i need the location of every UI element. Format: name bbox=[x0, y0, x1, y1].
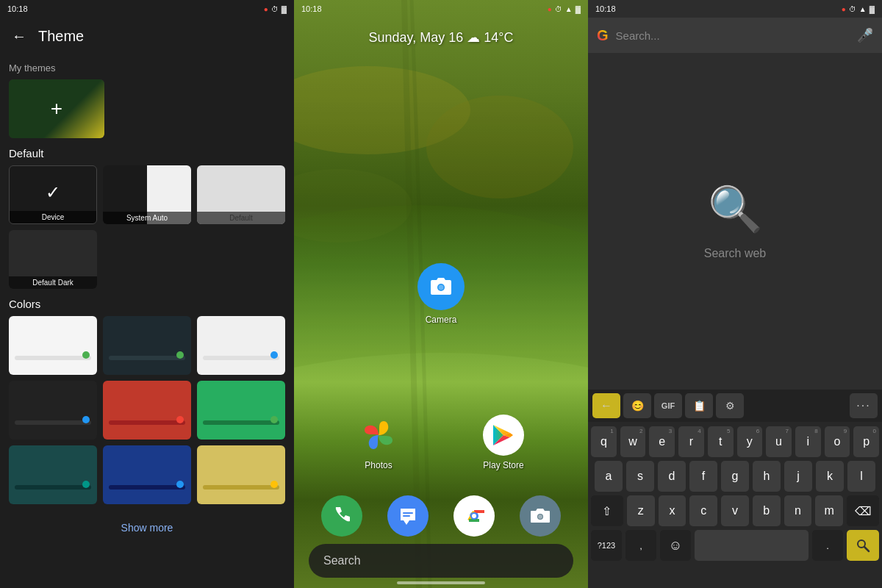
color-card-dark-teal[interactable] bbox=[103, 316, 191, 375]
key-u[interactable]: u7 bbox=[766, 426, 792, 457]
symbols-key[interactable]: ?123 bbox=[591, 530, 622, 561]
comma-key[interactable]: , bbox=[625, 530, 656, 561]
messages-icon bbox=[398, 506, 418, 526]
gif-button[interactable]: GIF bbox=[654, 393, 682, 418]
my-themes-label: My themes bbox=[9, 62, 285, 74]
search-key[interactable] bbox=[847, 530, 879, 561]
key-b[interactable]: b bbox=[753, 495, 781, 526]
date-weather-widget: Sunday, May 16 ☁ 14°C bbox=[294, 29, 588, 46]
more-options-button[interactable]: ··· bbox=[850, 393, 878, 418]
key-d[interactable]: d bbox=[658, 461, 686, 492]
period-key[interactable]: . bbox=[812, 530, 843, 561]
svg-point-4 bbox=[439, 285, 444, 290]
key-w[interactable]: w2 bbox=[620, 426, 646, 457]
color-card-green[interactable] bbox=[197, 381, 285, 440]
clock-status-icon: ⏱ bbox=[271, 5, 279, 13]
default-cards-row2: Default Dark bbox=[9, 230, 285, 289]
theme-card-system-auto[interactable]: System Auto bbox=[103, 165, 191, 224]
key-z[interactable]: z bbox=[627, 495, 655, 526]
color-card-blue[interactable] bbox=[103, 445, 191, 504]
color-card-teal[interactable] bbox=[9, 445, 97, 504]
key-j[interactable]: j bbox=[784, 461, 812, 492]
key-r[interactable]: r4 bbox=[678, 426, 704, 457]
messages-dock-app[interactable] bbox=[387, 495, 429, 537]
keyboard-back-button[interactable]: ← bbox=[592, 393, 620, 418]
key-k[interactable]: k bbox=[816, 461, 844, 492]
key-y[interactable]: y6 bbox=[737, 426, 763, 457]
color-card-darkgray[interactable] bbox=[9, 381, 97, 440]
add-icon: + bbox=[51, 97, 62, 121]
photos-app[interactable]: Photos bbox=[358, 415, 399, 470]
key-q[interactable]: q1 bbox=[591, 426, 617, 457]
clipboard-button[interactable]: 📋 bbox=[685, 393, 713, 418]
theme-statusbar: 10:18 ● ⏱ ▓ bbox=[0, 0, 294, 18]
emoji-key[interactable]: ☺ bbox=[660, 530, 691, 561]
nav-pill bbox=[397, 581, 485, 584]
accent-dot bbox=[82, 416, 90, 423]
default-section-label: Default bbox=[9, 147, 285, 159]
emoji-icon: 😊 bbox=[631, 400, 644, 412]
mic-icon[interactable]: 🎤 bbox=[857, 27, 873, 43]
svg-rect-5 bbox=[403, 512, 413, 514]
google-search-input[interactable] bbox=[616, 29, 850, 42]
search-web-area: 🔍 Search web bbox=[588, 53, 882, 390]
back-button[interactable]: ← bbox=[12, 28, 26, 45]
show-more-button[interactable]: Show more bbox=[9, 510, 285, 545]
key-f[interactable]: f bbox=[689, 461, 717, 492]
key-t[interactable]: t5 bbox=[708, 426, 734, 457]
emoji-toolbar-button[interactable]: 😊 bbox=[623, 393, 651, 418]
shift-key[interactable]: ⇧ bbox=[591, 495, 623, 526]
camera-dock-icon bbox=[530, 507, 551, 525]
color-card-yellow[interactable] bbox=[197, 445, 285, 504]
accent-dot bbox=[176, 416, 184, 423]
card-indicator bbox=[15, 420, 91, 425]
phone-dock-app[interactable] bbox=[321, 495, 362, 537]
key-o[interactable]: o9 bbox=[825, 426, 850, 457]
default-label-card: Default bbox=[197, 212, 285, 224]
theme-card-default[interactable]: Default bbox=[197, 165, 285, 224]
search-web-label: Search web bbox=[704, 247, 767, 260]
key-i[interactable]: i8 bbox=[795, 426, 821, 457]
phone-icon bbox=[331, 506, 352, 526]
settings-button[interactable]: ⚙ bbox=[716, 393, 744, 418]
key-n[interactable]: n bbox=[784, 495, 812, 526]
add-theme-card[interactable]: + bbox=[9, 79, 104, 138]
color-card-white2[interactable] bbox=[197, 316, 285, 375]
key-e[interactable]: e3 bbox=[649, 426, 675, 457]
key-m[interactable]: m bbox=[815, 495, 843, 526]
search-bar[interactable]: Search bbox=[309, 544, 573, 578]
theme-card-default-dark[interactable]: Default Dark bbox=[9, 230, 97, 289]
device-label: Device bbox=[10, 211, 96, 223]
more-dots-icon: ··· bbox=[856, 399, 870, 412]
key-c[interactable]: c bbox=[689, 495, 717, 526]
kb-battery-icon: ▓ bbox=[870, 5, 875, 13]
google-search-bar[interactable]: G 🎤 bbox=[588, 18, 882, 53]
key-p[interactable]: p0 bbox=[853, 426, 879, 457]
key-v[interactable]: v bbox=[721, 495, 749, 526]
key-a[interactable]: a bbox=[595, 461, 623, 492]
card-indicator bbox=[109, 356, 185, 360]
key-l[interactable]: l bbox=[847, 461, 875, 492]
keyboard-row-2: a s d f g h j k l bbox=[591, 461, 879, 492]
key-g[interactable]: g bbox=[721, 461, 749, 492]
backspace-key[interactable]: ⌫ bbox=[847, 495, 879, 526]
key-h[interactable]: h bbox=[753, 461, 781, 492]
record-icon: ● bbox=[264, 5, 268, 13]
battery-icon: ▓ bbox=[282, 5, 287, 13]
settings-gear-icon: ⚙ bbox=[725, 400, 735, 412]
search-key-icon bbox=[856, 538, 870, 553]
chrome-dock-app[interactable] bbox=[453, 495, 495, 537]
accent-dot bbox=[82, 351, 90, 359]
phone-statusbar-right: ● ⏱ ▲ ▓ bbox=[548, 5, 581, 13]
play-store-app[interactable]: Play Store bbox=[483, 415, 524, 470]
color-card-white[interactable] bbox=[9, 316, 97, 375]
key-x[interactable]: x bbox=[659, 495, 686, 526]
space-key[interactable] bbox=[695, 530, 808, 561]
camera-app-icon[interactable]: Camera bbox=[417, 263, 465, 325]
color-card-red[interactable] bbox=[103, 381, 191, 440]
phone-wifi-icon: ▲ bbox=[565, 5, 573, 13]
theme-card-device[interactable]: ✓ Device bbox=[9, 165, 97, 224]
camera-dock-app[interactable] bbox=[520, 495, 561, 537]
key-s[interactable]: s bbox=[626, 461, 654, 492]
photos-label: Photos bbox=[365, 460, 392, 470]
